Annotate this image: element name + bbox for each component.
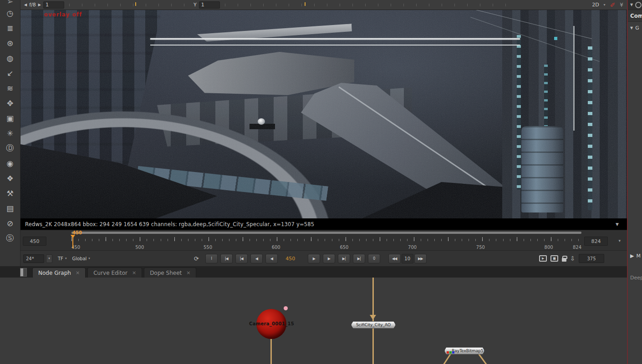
main-column: ➢◷≣⊛◍↙≋✥▣✳Ⓓ◉❖⚒▤⊘Ⓢ ◀ f/8 ▶ 1 Y 1 2D ▾ ✐ bbox=[0, 0, 627, 364]
transport-bar: 24* ▾ TF ▾ Global ▾ ⟳ I|◀|◀◀◀ 450 ▶▶▶|▶|… bbox=[20, 250, 627, 266]
prev-keyframe-button[interactable]: |◀ bbox=[235, 254, 248, 263]
view-mode-select[interactable]: 2D bbox=[592, 2, 599, 8]
viewer: ◀ f/8 ▶ 1 Y 1 2D ▾ ✐ ¥ bbox=[20, 0, 627, 266]
tab-node-graph[interactable]: Node Graph× bbox=[32, 268, 86, 278]
properties-tab-label[interactable]: Com bbox=[628, 10, 642, 22]
step-back-button[interactable]: ◀◀ bbox=[388, 254, 401, 263]
gain-slider-handle[interactable] bbox=[135, 2, 136, 6]
time-clock-icon[interactable]: ◷ bbox=[0, 5, 20, 20]
timeline-tick-label: 600 bbox=[272, 245, 280, 250]
image-info-text: Redws_2K 2048x864 bbox: 294 249 1654 639… bbox=[25, 221, 314, 228]
scificity-node[interactable]: ScifiCity_City_AO bbox=[351, 321, 396, 329]
step-backward-button[interactable]: ◀ bbox=[265, 254, 278, 263]
current-frame-input[interactable]: 450 bbox=[280, 254, 301, 263]
chevron-down-icon: ▾ bbox=[65, 257, 67, 260]
timeline-scrollbar[interactable] bbox=[71, 232, 581, 234]
tab-close-icon[interactable]: × bbox=[186, 270, 190, 276]
metadata-tag-icon[interactable]: ❖ bbox=[0, 171, 20, 186]
timeline-tick-label: 650 bbox=[340, 245, 348, 250]
lock-range-icon[interactable] bbox=[562, 258, 566, 262]
gamma-slider-handle[interactable] bbox=[305, 2, 306, 6]
sapphire-icon[interactable]: Ⓢ bbox=[0, 231, 20, 246]
color-wheel-icon[interactable]: ⊛ bbox=[0, 35, 20, 51]
pointer-icon[interactable]: ➢ bbox=[0, 0, 20, 5]
section-expand-icon[interactable]: ▶ bbox=[630, 253, 634, 259]
step-forward-button[interactable]: ▶▶ bbox=[414, 254, 427, 263]
gamma-label: Y bbox=[194, 2, 197, 8]
monitor-play-button[interactable]: ▶ bbox=[539, 255, 547, 262]
range-scope-dropdown[interactable]: Global ▾ bbox=[72, 256, 90, 261]
toolsets-wrench-icon[interactable]: ⚒ bbox=[0, 186, 20, 201]
view-mode-dropdown-icon[interactable]: ▾ bbox=[604, 3, 606, 7]
panel-collapse-icon[interactable]: ▼ bbox=[630, 3, 633, 7]
viewer-image[interactable]: overlay off bbox=[20, 10, 627, 218]
fps-input[interactable]: 24* bbox=[23, 254, 44, 263]
viewer-overlay-warning-text: overlay off bbox=[44, 11, 82, 18]
range-in-button[interactable]: I bbox=[205, 254, 218, 263]
gain-next-button[interactable]: ▶ bbox=[38, 3, 41, 7]
fps-dropdown-button[interactable]: ▾ bbox=[46, 254, 52, 263]
properties-panel: ▼ Com ▼ G ▶ M Deep bbox=[627, 0, 642, 364]
panel-circle-icon[interactable] bbox=[635, 2, 642, 8]
playback-range-input[interactable]: 375 bbox=[579, 254, 604, 263]
chevron-down-icon: ▾ bbox=[88, 257, 90, 260]
transform-arrow-icon[interactable]: ↙ bbox=[0, 66, 20, 81]
tab-close-icon[interactable]: × bbox=[132, 270, 136, 276]
monitor-stop-button[interactable]: ■ bbox=[550, 255, 558, 262]
merge-layers-icon[interactable]: ≋ bbox=[0, 81, 20, 96]
properties-panel-header: ▼ bbox=[628, 0, 642, 10]
timeline: 450 450500550600650700750800824 450 824 … bbox=[20, 230, 627, 250]
move-cross-icon[interactable]: ✥ bbox=[0, 96, 20, 111]
gamma-slider[interactable] bbox=[225, 2, 507, 8]
play-forward-button[interactable]: ▶ bbox=[323, 254, 335, 263]
gain-prev-button[interactable]: ◀ bbox=[24, 3, 27, 7]
views-eye-icon[interactable]: ◉ bbox=[0, 156, 20, 171]
gamma-input[interactable]: 1 bbox=[199, 1, 220, 9]
node-graph-canvas[interactable]: Camera_0001_15 ScifiCity_City_AO RayTexB… bbox=[0, 278, 627, 364]
cube-3d-icon[interactable]: ▣ bbox=[0, 111, 20, 126]
pane-grip-icon[interactable] bbox=[20, 268, 27, 277]
deep-icon[interactable]: Ⓓ bbox=[0, 141, 20, 156]
tf-dropdown[interactable]: TF ▾ bbox=[58, 256, 66, 261]
blue-channel-dot bbox=[452, 351, 454, 354]
global-label: Global bbox=[72, 256, 87, 261]
step-forward-button[interactable]: ▶ bbox=[308, 254, 320, 263]
playhead-line[interactable] bbox=[72, 238, 73, 248]
node-wire bbox=[270, 338, 272, 364]
ofx-icon[interactable]: ⊘ bbox=[0, 216, 20, 231]
timeline-tick-label: 700 bbox=[408, 245, 417, 250]
timeline-tick-label: 824 bbox=[573, 245, 581, 250]
timeline-out-input[interactable]: 824 bbox=[584, 237, 608, 246]
tab-curve-editor[interactable]: Curve Editor× bbox=[87, 268, 142, 278]
timeline-menu-icon[interactable]: ▾ bbox=[618, 238, 621, 243]
goto-last-button[interactable]: ▶| bbox=[353, 254, 365, 263]
frame-increment-input[interactable]: 10 bbox=[402, 254, 413, 263]
goto-first-button[interactable]: |◀ bbox=[220, 254, 233, 263]
fstop-label[interactable]: f/8 bbox=[29, 2, 36, 8]
filter-circle-icon[interactable]: ◍ bbox=[0, 51, 20, 66]
draw-lines-icon[interactable]: ≣ bbox=[0, 20, 20, 35]
gain-slider[interactable] bbox=[69, 2, 191, 8]
range-out-button[interactable]: 0 bbox=[368, 254, 380, 263]
timeline-ruler[interactable]: 450500550600650700750800824 bbox=[71, 235, 581, 250]
tab-close-icon[interactable]: × bbox=[76, 270, 80, 276]
loop-mode-button[interactable]: ⟳ bbox=[194, 255, 199, 262]
node-wire bbox=[478, 354, 490, 364]
next-keyframe-button[interactable]: ▶| bbox=[338, 254, 350, 263]
properties-section-header[interactable]: ▼ G bbox=[628, 22, 642, 31]
viewer-status-bar: Redws_2K 2048x864 bbox: 294 249 1654 639… bbox=[20, 218, 627, 230]
status-menu-icon[interactable]: ▼ bbox=[616, 222, 619, 227]
play-backward-button[interactable]: ◀ bbox=[250, 254, 263, 263]
particles-icon[interactable]: ✳ bbox=[0, 126, 20, 141]
gain-input[interactable]: 1 bbox=[43, 1, 64, 9]
flipbook-render-icon[interactable]: ⇩ bbox=[570, 255, 575, 262]
tab-dope-sheet[interactable]: Dope Sheet× bbox=[144, 268, 196, 278]
properties-collapsed-section[interactable]: ▶ M bbox=[630, 253, 641, 259]
section-collapse-icon[interactable]: ▼ bbox=[630, 26, 633, 30]
timeline-in-input[interactable]: 450 bbox=[23, 237, 46, 246]
node-wire bbox=[439, 354, 451, 364]
node-graph-pane: Node Graph× Curve Editor× Dope Sheet× Ca… bbox=[0, 266, 627, 364]
archive-box-icon[interactable]: ▤ bbox=[0, 201, 20, 216]
wipe-icon[interactable]: ¥ bbox=[620, 2, 623, 8]
stylus-icon[interactable]: ✐ bbox=[610, 1, 616, 9]
